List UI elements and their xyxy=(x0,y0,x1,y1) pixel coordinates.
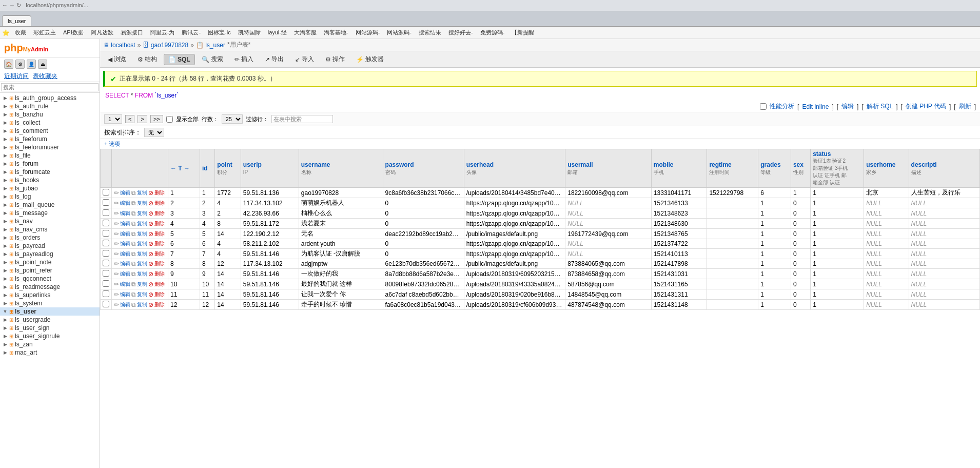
bookmark-0[interactable]: 收藏 xyxy=(13,28,28,37)
col-arrow-header[interactable]: ← T → xyxy=(168,149,200,188)
row-checkbox[interactable] xyxy=(103,280,109,287)
bookmark-16[interactable]: 免费源码- xyxy=(478,28,507,37)
tab-browse[interactable]: ◀ 浏览 xyxy=(103,53,131,66)
add-select-link[interactable]: + 选项 xyxy=(104,141,120,147)
sidebar-item-ls_readmessage[interactable]: ▶⊞ls_readmessage xyxy=(0,283,100,291)
favorites-link[interactable]: 表收藏夹 xyxy=(33,72,57,81)
copy-link[interactable]: 复制 xyxy=(137,210,147,217)
edit-link[interactable]: 编辑 xyxy=(120,301,130,308)
edit-link[interactable]: 编辑 xyxy=(120,230,130,238)
sidebar-item-ls_mail_queue[interactable]: ▶⊞ls_mail_queue xyxy=(0,201,100,209)
row-checkbox[interactable] xyxy=(103,270,109,277)
sidebar-item-ls_collect[interactable]: ▶⊞ls_collect xyxy=(0,119,100,127)
copy-link[interactable]: 复制 xyxy=(137,260,147,267)
user-icon[interactable]: 👤 xyxy=(27,60,36,69)
delete-link[interactable]: 删除 xyxy=(154,210,165,217)
row-checkbox[interactable] xyxy=(103,260,109,266)
sidebar-item-ls_forum[interactable]: ▶⊞ls_forum xyxy=(0,160,100,168)
col-userip[interactable]: userip IP xyxy=(241,149,299,188)
col-usermail[interactable]: usermail 邮箱 xyxy=(565,149,652,188)
sidebar-item-ls_log[interactable]: ▶⊞ls_log xyxy=(0,192,100,201)
last-button[interactable]: >> xyxy=(150,115,163,123)
copy-link[interactable]: 复制 xyxy=(137,230,147,238)
col-mobile[interactable]: mobile 手机 xyxy=(651,149,707,188)
row-checkbox[interactable] xyxy=(103,240,109,246)
delete-link[interactable]: 删除 xyxy=(154,301,165,308)
edit-link[interactable]: 编辑 xyxy=(120,281,130,288)
bookmark-12[interactable]: 网站源码- xyxy=(354,28,382,37)
col-point[interactable]: point 积分 xyxy=(215,149,241,188)
copy-link[interactable]: 复制 xyxy=(137,281,147,288)
bookmark-4[interactable]: 易源接口 xyxy=(119,28,145,37)
recent-link[interactable]: 近期访问 xyxy=(4,72,29,81)
copy-link[interactable]: 复制 xyxy=(137,270,147,278)
tab-search[interactable]: 🔍 搜索 xyxy=(197,53,228,66)
tab-insert[interactable]: ✏ 插入 xyxy=(230,53,258,66)
edit-link[interactable]: 编辑 xyxy=(120,200,130,207)
delete-link[interactable]: 删除 xyxy=(154,189,165,197)
delete-link[interactable]: 删除 xyxy=(154,281,165,288)
delete-link[interactable]: 删除 xyxy=(154,270,165,278)
bookmark-7[interactable]: 图标宝-ic xyxy=(206,28,233,37)
row-checkbox[interactable] xyxy=(103,290,109,297)
sidebar-item-ls_system[interactable]: ▶⊞ls_system xyxy=(0,299,100,307)
edit-link[interactable]: 编辑 xyxy=(120,260,130,267)
sidebar-item-ls_qqconnect[interactable]: ▶⊞ls_qqconnect xyxy=(0,275,100,283)
sidebar-item-ls_payread[interactable]: ▶⊞ls_payread xyxy=(0,242,100,250)
sidebar-item-ls_file[interactable]: ▶⊞ls_file xyxy=(0,151,100,160)
copy-link[interactable]: 复制 xyxy=(137,240,147,247)
sidebar-item-ls_hooks[interactable]: ▶⊞ls_hooks xyxy=(0,176,100,184)
sidebar-item-ls_nav_cms[interactable]: ▶⊞ls_nav_cms xyxy=(0,225,100,233)
bookmark-13[interactable]: 网站源码- xyxy=(385,28,414,37)
row-checkbox[interactable] xyxy=(103,220,109,226)
sidebar-item-ls_feeforumuser[interactable]: ▶⊞ls_feeforumuser xyxy=(0,143,100,151)
tab-operations[interactable]: ⚙ 操作 xyxy=(321,53,349,66)
bookmark-8[interactable]: 凯特国际 xyxy=(236,28,263,37)
col-password[interactable]: password 密码 xyxy=(383,149,464,188)
col-sex[interactable]: sex 性别 xyxy=(791,149,810,188)
bookmark-11[interactable]: 淘客基地- xyxy=(322,28,350,37)
tab-import[interactable]: ↙ 导入 xyxy=(290,53,319,66)
edit-link[interactable]: 编辑 xyxy=(120,240,130,247)
active-tab[interactable]: ls_user xyxy=(2,15,31,26)
home-icon[interactable]: 🏠 xyxy=(4,60,13,69)
delete-link[interactable]: 删除 xyxy=(154,260,165,267)
tab-sql[interactable]: 📄 SQL xyxy=(164,54,195,65)
create-php-link[interactable]: 创建 PHP 代码 xyxy=(906,102,946,111)
delete-link[interactable]: 删除 xyxy=(154,291,165,298)
edit-link[interactable]: 编辑 xyxy=(120,291,130,298)
copy-link[interactable]: 复制 xyxy=(137,220,147,227)
bookmark-15[interactable]: 搜好好去- xyxy=(446,28,475,37)
row-checkbox[interactable] xyxy=(103,301,109,307)
prev-button[interactable]: < xyxy=(125,115,134,123)
edit-inline-link[interactable]: Edit inline xyxy=(802,103,829,110)
filter-input[interactable] xyxy=(271,115,333,123)
sidebar-search-input[interactable] xyxy=(1,83,99,91)
col-userhome[interactable]: userhome 家乡 xyxy=(864,149,909,188)
bookmark-14[interactable]: 搜索结果 xyxy=(417,28,443,37)
bookmark-17[interactable]: 【新提醒 xyxy=(509,28,536,37)
sidebar-item-ls_user[interactable]: ▼⊞ls_user xyxy=(0,307,100,316)
row-checkbox[interactable] xyxy=(103,199,109,206)
col-username[interactable]: username 名称 xyxy=(299,149,383,188)
edit-link[interactable]: 编辑 xyxy=(120,189,130,197)
show-all-checkbox[interactable] xyxy=(166,116,173,123)
performance-checkbox[interactable] xyxy=(760,103,767,110)
col-descripti[interactable]: descripti 描述 xyxy=(909,149,979,188)
sidebar-item-ls_user_sign[interactable]: ▶⊞ls_user_sign xyxy=(0,324,100,332)
sidebar-item-ls_payreadlog[interactable]: ▶⊞ls_payreadlog xyxy=(0,250,100,258)
edit-link[interactable]: 编辑 xyxy=(120,220,130,227)
sidebar-item-ls_usergrade[interactable]: ▶⊞ls_usergrade xyxy=(0,316,100,324)
bookmark-1[interactable]: 彩虹云主 xyxy=(31,28,58,37)
sidebar-item-ls_banzhu[interactable]: ▶⊞ls_banzhu xyxy=(0,110,100,119)
edit-link[interactable]: 编辑 xyxy=(120,270,130,278)
delete-link[interactable]: 删除 xyxy=(154,230,165,238)
rows-select[interactable]: 25 xyxy=(222,114,243,124)
bookmark-10[interactable]: 大淘客服 xyxy=(292,28,319,37)
sidebar-item-ls_point_refer[interactable]: ▶⊞ls_point_refer xyxy=(0,266,100,275)
copy-link[interactable]: 复制 xyxy=(137,301,147,308)
copy-link[interactable]: 复制 xyxy=(137,200,147,207)
edit-link[interactable]: 编辑 xyxy=(120,250,130,258)
delete-link[interactable]: 删除 xyxy=(154,240,165,247)
sidebar-item-ls_superlinks[interactable]: ▶⊞ls_superlinks xyxy=(0,291,100,299)
